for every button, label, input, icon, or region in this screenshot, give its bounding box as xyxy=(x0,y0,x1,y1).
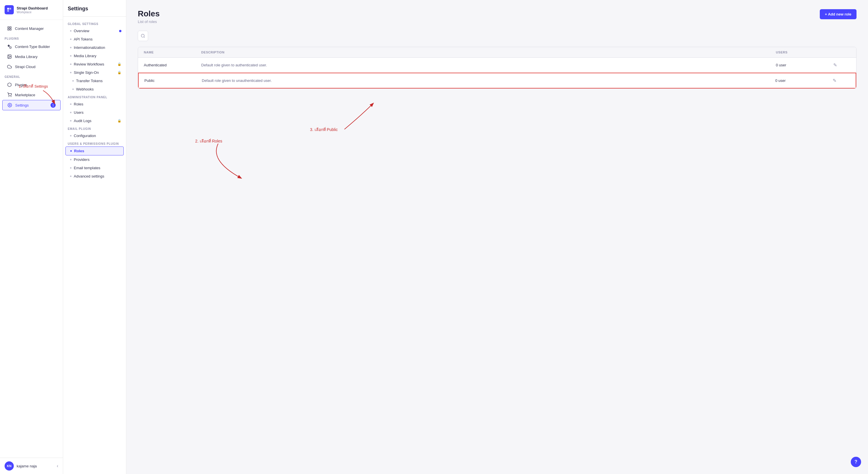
lock-icon: 🔒 xyxy=(117,71,121,75)
sidebar-item-label: Content Manager xyxy=(15,26,43,31)
dot-icon xyxy=(70,103,71,105)
puzzle-icon xyxy=(7,44,12,49)
settings-item-label: Roles xyxy=(74,149,84,153)
settings-item-label: Providers xyxy=(74,157,90,162)
svg-point-11 xyxy=(11,96,11,96)
add-new-role-button[interactable]: + Add new role xyxy=(820,9,857,19)
settings-item-label: Internationalization xyxy=(74,46,105,50)
annotation-step2: 2. เลือกที่ Roles xyxy=(195,138,222,144)
settings-item-label: API Tokens xyxy=(74,37,93,41)
sidebar-footer: KN kajame naja ‹ xyxy=(0,457,63,474)
settings-item-review-workflows[interactable]: Review Workflows 🔒 xyxy=(63,60,126,68)
role-users-public: 0 user xyxy=(775,79,833,83)
sidebar-item-marketplace[interactable]: Marketplace xyxy=(2,90,61,100)
pencil-icon: ✎ xyxy=(833,63,837,67)
role-users-authenticated: 0 user xyxy=(776,63,833,67)
role-description-authenticated: Default role given to authenticated user… xyxy=(201,63,776,67)
settings-item-email-templates[interactable]: Email templates xyxy=(63,164,126,172)
dot-icon xyxy=(70,150,72,152)
settings-item-roles[interactable]: Roles xyxy=(63,100,126,108)
user-avatar: KN xyxy=(5,462,14,471)
svg-rect-3 xyxy=(8,27,9,28)
settings-item-label: Advanced settings xyxy=(74,174,104,178)
settings-item-label: Transfer Tokens xyxy=(76,79,103,83)
page-header-text: Roles List of roles xyxy=(138,9,160,24)
cloud-icon xyxy=(7,64,12,69)
lock-icon: 🔒 xyxy=(117,62,121,66)
svg-line-14 xyxy=(144,37,145,38)
settings-panel: Settings GLOBAL SETTINGS Overview API To… xyxy=(63,0,126,474)
col-description-header: DESCRIPTION xyxy=(201,51,776,54)
settings-item-webhooks[interactable]: Webhooks xyxy=(63,85,126,93)
edit-authenticated-button[interactable]: ✎ xyxy=(833,62,850,68)
col-users-header: USERS xyxy=(776,51,833,54)
sidebar-item-label: Content-Type Builder xyxy=(15,45,50,49)
page-subtitle: List of roles xyxy=(138,20,160,24)
settings-badge: 1 xyxy=(51,102,56,108)
svg-rect-4 xyxy=(10,27,11,28)
annotation-step3: 3. เลือกที่ Public xyxy=(310,126,338,133)
sidebar-item-plugins[interactable]: Plugins xyxy=(2,80,61,90)
role-name-public: Public xyxy=(144,79,202,83)
svg-rect-5 xyxy=(8,29,9,30)
puzzle2-icon xyxy=(7,82,12,87)
settings-item-label: Configuration xyxy=(74,134,96,138)
settings-item-audit-logs[interactable]: Audit Logs 🔒 xyxy=(63,117,126,125)
sidebar-item-content-type-builder[interactable]: Content-Type Builder xyxy=(2,42,61,52)
settings-item-label: Media Library xyxy=(74,54,96,58)
dot-icon xyxy=(70,176,71,177)
sidebar-nav: Content Manager PLUGINS Content-Type Bui… xyxy=(0,20,63,457)
notification-dot xyxy=(119,30,121,32)
admin-panel-label: ADMINISTRATION PANEL xyxy=(63,93,126,100)
table-row-authenticated: Authenticated Default role given to auth… xyxy=(138,58,856,73)
settings-item-up-roles[interactable]: Roles xyxy=(65,147,124,155)
dot-icon xyxy=(70,38,71,40)
dot-icon xyxy=(72,80,74,82)
settings-item-api-tokens[interactable]: API Tokens xyxy=(63,35,126,43)
sidebar-item-label: Settings xyxy=(15,103,29,108)
search-button[interactable] xyxy=(138,31,148,41)
settings-item-overview[interactable]: Overview xyxy=(63,27,126,35)
help-button[interactable]: ? xyxy=(851,457,861,467)
table-row-public[interactable]: Public Default role given to unauthentic… xyxy=(138,73,856,88)
svg-point-12 xyxy=(9,105,10,106)
strapi-logo-icon xyxy=(5,5,14,14)
settings-item-label: Review Workflows xyxy=(74,62,104,66)
sidebar-item-label: Media Library xyxy=(15,55,38,59)
sidebar-item-media-library[interactable]: Media Library xyxy=(2,52,61,61)
role-name-authenticated: Authenticated xyxy=(144,63,201,67)
settings-item-label: Email templates xyxy=(74,166,100,170)
settings-item-internationalization[interactable]: Internationalization xyxy=(63,43,126,52)
settings-item-transfer-tokens[interactable]: Transfer Tokens xyxy=(63,77,126,85)
sidebar-item-strapi-cloud[interactable]: Strapi Cloud xyxy=(2,62,61,71)
settings-item-configuration[interactable]: Configuration xyxy=(63,131,126,140)
settings-item-label: Overview xyxy=(74,29,89,33)
dot-icon xyxy=(70,72,71,73)
sidebar-collapse-button[interactable]: ‹ xyxy=(57,463,58,469)
settings-item-label: Audit Logs xyxy=(74,119,91,123)
lock-icon: 🔒 xyxy=(117,119,121,123)
dot-icon xyxy=(70,120,71,121)
edit-public-button[interactable]: ✎ xyxy=(833,78,850,83)
col-actions-header xyxy=(833,51,850,54)
settings-item-advanced-settings[interactable]: Advanced settings xyxy=(63,172,126,180)
settings-item-providers[interactable]: Providers xyxy=(63,155,126,164)
sidebar-item-label: Strapi Cloud xyxy=(15,65,36,69)
main-content: Roles List of roles + Add new role NAME … xyxy=(126,0,868,474)
settings-item-users[interactable]: Users xyxy=(63,108,126,117)
sidebar-item-content-manager[interactable]: Content Manager xyxy=(2,24,61,33)
gear-icon xyxy=(7,102,12,108)
email-plugin-label: EMAIL PLUGIN xyxy=(63,125,126,131)
sidebar-item-settings[interactable]: Settings 1 xyxy=(2,100,61,110)
svg-point-13 xyxy=(141,34,144,37)
pencil-icon: ✎ xyxy=(833,78,836,83)
settings-item-single-sign-on[interactable]: Single Sign-On 🔒 xyxy=(63,68,126,77)
logo-text: Strapi Dashboard Workplace xyxy=(17,6,48,14)
plugins-section-label: PLUGINS xyxy=(0,34,63,41)
general-section-label: GENERAL xyxy=(0,72,63,80)
grid-icon xyxy=(7,26,12,31)
settings-item-media-library[interactable]: Media Library xyxy=(63,52,126,60)
image-icon xyxy=(7,54,12,59)
dot-icon xyxy=(72,88,74,90)
search-icon xyxy=(141,34,145,38)
